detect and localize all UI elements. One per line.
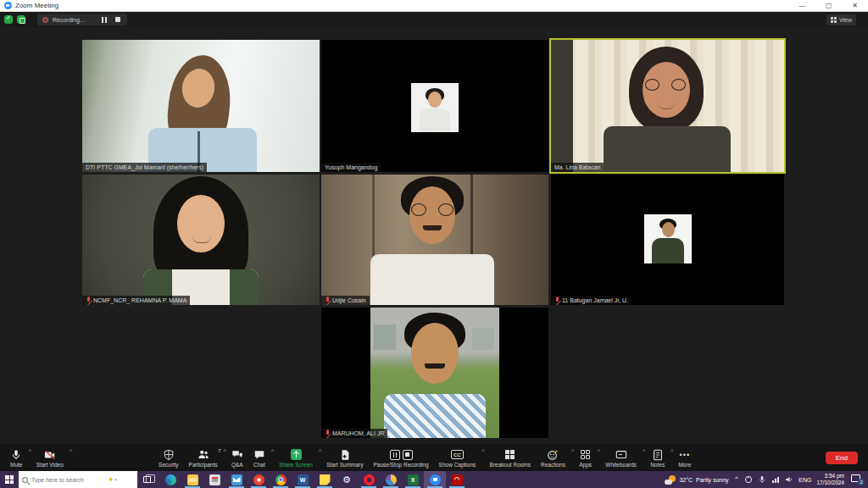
pause-icon	[102, 17, 107, 23]
maximize-button[interactable]: ▢	[815, 0, 842, 12]
chat-button[interactable]: Chat	[248, 446, 270, 469]
weather-condition: Partly sunny	[696, 477, 729, 483]
video-options-chevron[interactable]: ^	[70, 448, 72, 454]
stop-recording-button[interactable]	[114, 15, 122, 24]
file-explorer-icon	[187, 474, 198, 485]
participant-name-tag: 11 Batugan Jamael Jr, U.	[551, 296, 632, 305]
apps-button[interactable]: Apps	[574, 446, 597, 469]
media-app-icon	[386, 474, 397, 485]
pause-stop-recording-button[interactable]: Pause/Stop Recording	[369, 446, 434, 469]
whiteboard-icon	[615, 448, 627, 461]
task-view-button[interactable]	[137, 471, 156, 488]
mute-button[interactable]: Mute	[5, 446, 27, 469]
tray-microphone-icon[interactable]	[758, 475, 766, 484]
apps-icon	[581, 448, 590, 461]
participants-button[interactable]: Participants 7	[184, 446, 223, 469]
taskbar-app-settings[interactable]: ⚙	[336, 471, 358, 488]
muted-mic-icon	[86, 297, 91, 304]
video-tile-udjie-cosain[interactable]: Udjie Cosain	[321, 175, 548, 305]
stop-icon	[115, 17, 120, 22]
taskbar-app-zoom[interactable]	[424, 471, 446, 488]
video-tile-batugan[interactable]: 11 Batugan Jamael Jr, U.	[551, 175, 784, 305]
task-view-icon	[143, 476, 151, 483]
breakout-grid-icon	[505, 448, 515, 461]
language-indicator[interactable]: ENG	[798, 477, 811, 483]
taskbar-app-mail[interactable]	[225, 471, 248, 488]
search-highlights-icon[interactable]: ✦	[108, 476, 118, 484]
breakout-rooms-button[interactable]: Breakout Rooms	[485, 446, 536, 469]
update-status-icon[interactable]	[744, 475, 753, 484]
pause-recording-button[interactable]	[100, 15, 108, 24]
minimize-button[interactable]: —	[789, 0, 815, 12]
notes-button[interactable]: Notes	[645, 446, 670, 469]
taskbar-app-opera[interactable]	[358, 471, 380, 488]
taskbar-app-chrome[interactable]	[270, 471, 292, 488]
encryption-shield-icon[interactable]	[17, 15, 25, 24]
end-meeting-button[interactable]: End	[826, 452, 858, 464]
notification-center-button[interactable]: 2	[851, 474, 865, 485]
taskbar-app-sticky-notes[interactable]	[314, 471, 336, 488]
view-label: View	[839, 17, 852, 23]
view-button[interactable]: View	[826, 14, 856, 25]
reactions-button[interactable]: Reactions	[536, 446, 570, 469]
close-button[interactable]: ✕	[842, 0, 868, 12]
summary-doc-icon	[339, 448, 351, 461]
taskbar-search[interactable]: ✦	[19, 471, 137, 488]
security-button[interactable]: Security	[153, 446, 183, 469]
start-summary-button[interactable]: Start Summary	[321, 446, 368, 469]
search-input[interactable]	[31, 477, 104, 483]
chat-bubble-icon	[253, 448, 265, 461]
zoom-taskbar-icon	[430, 474, 441, 485]
video-tile-rehamna[interactable]: NCMF_NCR_ REHAMNA P. MAMA	[82, 175, 320, 305]
title-bar: Zoom Meeting — ▢ ✕	[0, 0, 868, 12]
camera-off-icon	[44, 448, 56, 461]
microphone-icon	[10, 448, 22, 461]
taskbar-app-store[interactable]	[203, 471, 225, 488]
start-button[interactable]	[0, 471, 19, 488]
share-screen-button[interactable]: Share Screen	[274, 446, 318, 469]
network-icon[interactable]	[771, 475, 780, 484]
gallery-view-icon	[831, 17, 837, 23]
gear-icon: ⚙	[342, 474, 353, 485]
participant-name-tag: Ma. Lina Batacan	[551, 163, 604, 172]
video-tile-lina-batacan[interactable]: Ma. Lina Batacan	[551, 40, 784, 172]
taskbar-app-word[interactable]: W	[292, 471, 314, 488]
show-captions-button[interactable]: CC Show Captions	[434, 446, 481, 469]
whiteboards-button[interactable]: Whiteboards	[600, 446, 642, 469]
profile-photo	[411, 83, 459, 132]
excel-icon: X	[408, 474, 419, 485]
sticky-notes-icon	[320, 474, 331, 485]
shield-check-icon[interactable]	[4, 15, 13, 24]
participant-name-tag: NCMF_NCR_ REHAMNA P. MAMA	[82, 296, 190, 305]
video-tile-yusoph-mangandog[interactable]: Yusoph Mangandog	[321, 40, 548, 172]
taskbar-app-browser-orange[interactable]	[248, 471, 270, 488]
more-button[interactable]: ••• More	[673, 446, 696, 469]
recording-dot-icon	[42, 17, 48, 23]
search-icon	[22, 477, 28, 483]
qa-button[interactable]: Q&A	[226, 446, 248, 469]
qa-bubbles-icon	[231, 448, 243, 461]
volume-icon[interactable]	[785, 475, 793, 484]
word-icon: W	[298, 474, 309, 485]
taskbar-app-media[interactable]	[380, 471, 402, 488]
edge-icon	[165, 474, 176, 485]
pause-recording-icon[interactable]	[390, 450, 400, 460]
hidden-icons-chevron[interactable]: ⌃	[734, 476, 740, 484]
taskbar-app-edge[interactable]	[159, 471, 181, 488]
taskbar-clock[interactable]: 3:54 pm 17/10/2024	[816, 473, 844, 486]
participant-name-tag: Yusoph Mangandog	[321, 163, 381, 172]
system-tray: 32°C Partly sunny ⌃ ENG 3:54 pm 17/10/20…	[665, 473, 868, 486]
recording-indicator: Recording...	[37, 14, 127, 25]
video-tile-joi-mamaril[interactable]: DTI PTTC GMEA_Joi Mamaril (she/her/hers)	[82, 40, 320, 172]
taskbar-app-file-explorer[interactable]	[181, 471, 203, 488]
smiley-icon	[547, 448, 559, 461]
taskbar-app-excel[interactable]: X	[402, 471, 424, 488]
participant-name-tag: Udjie Cosain	[321, 296, 370, 305]
taskbar-app-acrobat[interactable]	[446, 471, 468, 488]
participants-count: 7	[218, 448, 220, 453]
video-tile-maruhom[interactable]: MARUHOM, ALI JR	[321, 308, 548, 438]
zoom-app-icon	[4, 2, 12, 9]
stop-recording-icon[interactable]	[403, 450, 413, 460]
start-video-button[interactable]: Start Video	[31, 446, 69, 469]
taskbar-weather[interactable]: 32°C Partly sunny	[665, 474, 728, 485]
